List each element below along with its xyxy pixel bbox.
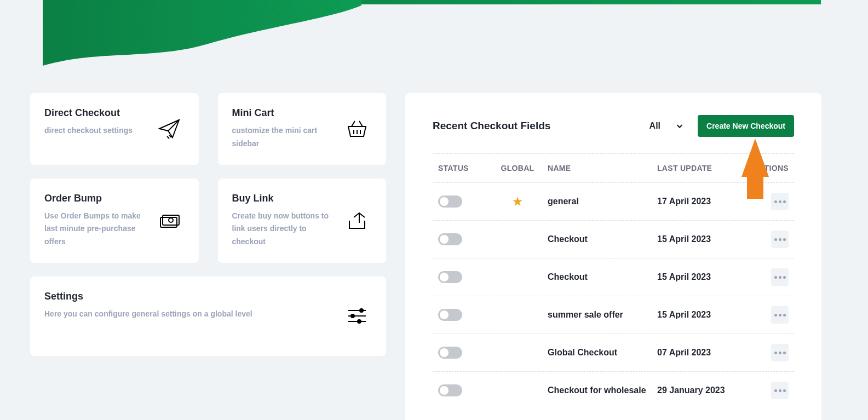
last-update: 29 January 2023 [657,386,750,395]
status-toggle[interactable] [438,195,462,208]
card-desc: Here you can configure general settings … [44,308,334,321]
checkout-name: general [542,197,657,206]
card-settings[interactable]: Settings Here you can configure general … [30,277,386,356]
settings-cards-grid: Direct Checkout direct checkout settings… [30,93,386,420]
status-toggle[interactable] [438,233,462,245]
table-row: Checkout for wholesale29 January 2023 [433,371,794,409]
card-direct-checkout[interactable]: Direct Checkout direct checkout settings [30,93,199,165]
checkout-name: summer sale offer [542,310,657,320]
chevron-down-icon [676,122,683,130]
row-actions-button[interactable] [771,193,789,210]
last-update: 07 April 2023 [657,348,750,358]
status-toggle[interactable] [438,271,462,283]
svg-point-6 [169,218,173,222]
status-toggle[interactable] [438,384,462,396]
panel-title: Recent Checkout Fields [433,120,550,132]
card-title: Direct Checkout [44,107,146,119]
col-header-global: GLOBAL [493,164,542,172]
row-actions-button[interactable] [771,306,789,324]
table-row: summer sale offer15 April 2023 [433,296,794,333]
cash-icon [154,193,185,249]
card-order-bump[interactable]: Order Bump Use Order Bumps to make last … [30,179,199,263]
table-header-row: STATUS GLOBAL NAME LAST UPDATE ACTIONS [433,153,794,182]
status-toggle[interactable] [438,309,462,321]
row-actions-button[interactable] [771,344,789,361]
paper-plane-icon [154,107,185,151]
basket-icon [342,107,372,151]
table-row: Checkout15 April 2023 [433,220,794,258]
filter-selected-label: All [649,121,660,131]
table-row: ★general17 April 2023 [433,182,794,220]
svg-point-8 [360,309,363,312]
card-mini-cart[interactable]: Mini Cart customize the mini cart sideba… [218,93,387,165]
star-icon: ★ [513,195,522,208]
col-header-update: LAST UPDATE [657,164,750,172]
filter-dropdown[interactable]: All [645,119,688,133]
last-update: 17 April 2023 [657,197,750,206]
svg-point-10 [351,314,354,318]
checkout-name: Checkout [542,272,657,282]
card-desc: Create buy now buttons to link users dir… [232,210,334,249]
sliders-icon [342,291,372,342]
card-buy-link[interactable]: Buy Link Create buy now buttons to link … [218,179,387,263]
card-desc: customize the mini cart sidebar [232,124,334,151]
create-new-checkout-button[interactable]: Create New Checkout [698,115,794,137]
svg-point-12 [358,320,361,323]
recent-checkouts-panel: Recent Checkout Fields All Create New Ch… [405,93,821,420]
status-toggle[interactable] [438,347,462,359]
row-actions-button[interactable] [771,382,789,399]
col-header-actions: ACTIONS [750,164,789,172]
card-title: Mini Cart [232,107,334,119]
col-header-name: NAME [542,164,657,172]
card-desc: direct checkout settings [44,124,146,137]
last-update: 15 April 2023 [657,272,750,282]
card-title: Settings [44,291,334,302]
row-actions-button[interactable] [771,231,789,248]
card-title: Buy Link [232,193,334,204]
share-icon [342,193,372,249]
checkout-name: Checkout for wholesale [542,386,657,395]
table-row: Checkout15 April 2023 [433,258,794,296]
col-header-status: STATUS [438,164,493,172]
card-title: Order Bump [44,193,146,204]
row-actions-button[interactable] [771,268,789,286]
checkout-name: Checkout [542,234,657,244]
header-wave [0,0,868,71]
card-desc: Use Order Bumps to make last minute pre-… [44,210,146,249]
table-row: Global Checkout07 April 2023 [433,333,794,371]
last-update: 15 April 2023 [657,234,750,244]
last-update: 15 April 2023 [657,310,750,320]
checkout-name: Global Checkout [542,348,657,358]
